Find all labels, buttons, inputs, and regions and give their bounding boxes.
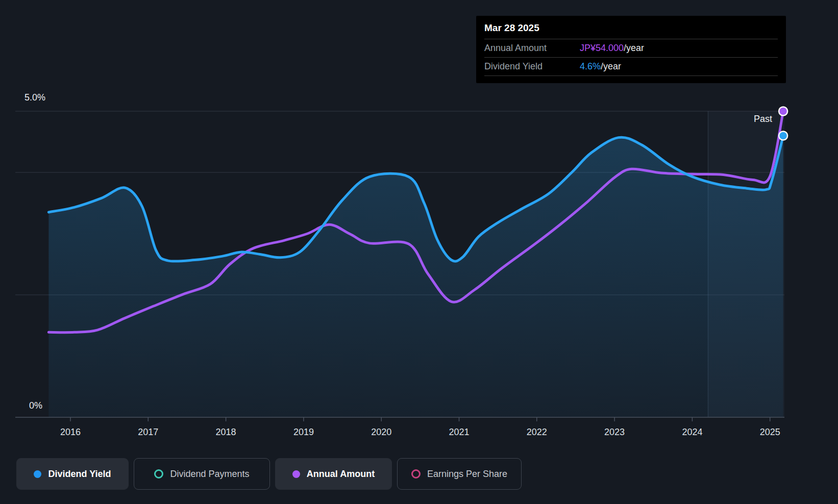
y-axis-bottom-label: 0% bbox=[29, 400, 42, 411]
x-axis-year-label: 2022 bbox=[527, 427, 547, 437]
x-axis-year-label: 2020 bbox=[371, 427, 391, 437]
tooltip-label: Dividend Yield bbox=[484, 61, 580, 72]
x-axis-year-label: 2023 bbox=[604, 427, 625, 437]
legend-label: Dividend Payments bbox=[170, 469, 249, 480]
tooltip-value: 4.6% bbox=[580, 61, 601, 72]
dividend-yield-dot-icon bbox=[34, 470, 41, 478]
x-axis-year-label: 2017 bbox=[138, 427, 158, 437]
past-label: Past bbox=[754, 114, 772, 124]
tooltip-date: Mar 28 2025 bbox=[484, 16, 778, 39]
chart-legend: Dividend Yield Dividend Payments Annual … bbox=[16, 458, 522, 490]
x-axis-ticks bbox=[70, 417, 770, 421]
tooltip-label: Annual Amount bbox=[484, 43, 580, 54]
legend-button-dividend-payments[interactable]: Dividend Payments bbox=[134, 458, 270, 490]
earnings-per-share-ring-icon bbox=[411, 469, 421, 478]
y-axis-top-label: 5.0% bbox=[24, 92, 45, 103]
dividend-yield-endpoint-marker bbox=[779, 132, 787, 140]
x-axis-year-label: 2019 bbox=[293, 427, 314, 437]
dividend-chart-panel: 2016201720182019202020212022202320242025… bbox=[0, 0, 838, 504]
tooltip-row-dividend-yield: Dividend Yield 4.6% /year bbox=[484, 58, 778, 76]
x-axis-year-label: 2021 bbox=[449, 427, 469, 437]
x-axis-year-label: 2025 bbox=[760, 427, 780, 437]
dividend-payments-ring-icon bbox=[154, 469, 163, 478]
x-axis-year-label: 2024 bbox=[682, 427, 702, 437]
annual-amount-endpoint-marker bbox=[779, 107, 787, 116]
legend-button-earnings-per-share[interactable]: Earnings Per Share bbox=[397, 458, 522, 490]
legend-button-annual-amount[interactable]: Annual Amount bbox=[275, 458, 392, 490]
x-axis-year-label: 2016 bbox=[60, 427, 81, 437]
legend-label: Annual Amount bbox=[307, 469, 375, 480]
legend-label: Earnings Per Share bbox=[427, 469, 507, 480]
annual-amount-dot-icon bbox=[292, 470, 300, 478]
tooltip-value-suffix: /year bbox=[624, 43, 644, 54]
legend-label: Dividend Yield bbox=[48, 469, 111, 480]
tooltip-row-annual-amount: Annual Amount JP¥54.000 /year bbox=[484, 39, 778, 58]
tooltip-value-suffix: /year bbox=[601, 61, 621, 72]
x-axis-year-labels: 2016201720182019202020212022202320242025 bbox=[60, 427, 780, 437]
x-axis-year-label: 2018 bbox=[216, 427, 236, 437]
dividend-yield-area bbox=[48, 136, 783, 417]
tooltip-value: JP¥54.000 bbox=[580, 43, 624, 54]
legend-button-dividend-yield[interactable]: Dividend Yield bbox=[16, 458, 129, 490]
chart-tooltip: Mar 28 2025 Annual Amount JP¥54.000 /yea… bbox=[476, 16, 786, 83]
